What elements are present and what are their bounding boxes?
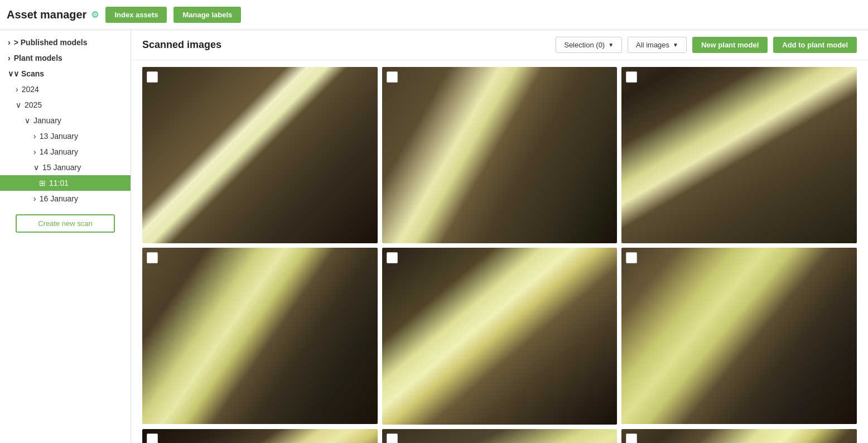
scan-image — [621, 429, 857, 444]
app-header: Asset manager ⚙ Index assets Manage labe… — [0, 0, 868, 30]
sidebar-item-2025[interactable]: ∨ 2025 — [0, 97, 131, 113]
sidebar: › > Published models › Plant models ∨ ∨ … — [0, 30, 131, 443]
new-plant-model-button[interactable]: New plant model — [692, 37, 768, 53]
scan-icon: ⊞ — [39, 179, 46, 187]
sidebar-item-1101[interactable]: ⊞ 11:01 — [0, 175, 131, 191]
chevron-down-icon: ∨ — [25, 116, 30, 125]
chevron-down-icon: ∨ — [8, 69, 13, 78]
manage-labels-button[interactable]: Manage labels — [173, 7, 241, 23]
sidebar-item-jan16[interactable]: › 16 January — [0, 191, 131, 206]
image-checkbox[interactable] — [387, 252, 398, 263]
image-checkbox[interactable] — [147, 434, 158, 444]
chevron-down-icon: ▼ — [673, 42, 678, 48]
image-checkbox[interactable] — [626, 434, 637, 444]
selection-dropdown[interactable]: Selection (0) ▼ — [556, 37, 622, 53]
selection-label: Selection (0) — [564, 41, 605, 49]
sidebar-jan15-label: 15 January — [42, 163, 81, 172]
sidebar-item-jan14[interactable]: › 14 January — [0, 144, 131, 160]
main-layout: › > Published models › Plant models ∨ ∨ … — [0, 30, 868, 443]
scan-image — [621, 248, 857, 424]
sidebar-2025-label: 2025 — [25, 100, 42, 109]
image-grid — [131, 60, 868, 443]
chevron-down-icon: ▼ — [608, 42, 614, 48]
scan-image — [142, 248, 378, 424]
sidebar-item-plant-models[interactable]: › Plant models — [0, 50, 131, 66]
image-card[interactable] — [142, 248, 378, 424]
sidebar-item-published-models[interactable]: › > Published models — [0, 35, 131, 50]
scan-image — [142, 67, 378, 243]
sidebar-item-scans[interactable]: ∨ ∨ Scans — [0, 66, 131, 81]
content-header-actions: Selection (0) ▼ All images ▼ New plant m… — [556, 37, 857, 53]
image-checkbox[interactable] — [387, 434, 398, 444]
chevron-down-icon: ∨ — [16, 100, 21, 109]
content-header: Scanned images Selection (0) ▼ All image… — [131, 30, 868, 60]
scan-image — [382, 248, 618, 424]
image-card[interactable] — [382, 429, 618, 444]
content-title: Scanned images — [142, 39, 221, 51]
chevron-down-icon: ∨ — [33, 163, 39, 172]
sidebar-item-jan13[interactable]: › 13 January — [0, 128, 131, 144]
image-card[interactable] — [382, 248, 618, 424]
scan-image — [142, 429, 378, 444]
create-scan-container: Create new scan — [0, 206, 131, 240]
image-card[interactable] — [382, 67, 618, 243]
image-checkbox[interactable] — [626, 71, 637, 83]
sidebar-jan16-label: 16 January — [40, 194, 78, 203]
image-card[interactable] — [621, 67, 857, 243]
image-card[interactable] — [142, 67, 378, 243]
image-checkbox[interactable] — [147, 252, 158, 263]
image-checkbox[interactable] — [387, 71, 398, 83]
sidebar-scans-label: ∨ Scans — [13, 69, 44, 78]
chevron-right-icon: › — [8, 38, 11, 47]
gear-icon[interactable]: ⚙ — [91, 9, 99, 20]
image-checkbox[interactable] — [147, 71, 158, 83]
chevron-right-icon: › — [33, 132, 36, 141]
chevron-right-icon: › — [33, 147, 36, 156]
sidebar-item-jan15[interactable]: ∨ 15 January — [0, 160, 131, 175]
chevron-right-icon: › — [16, 85, 18, 94]
scan-image — [621, 67, 857, 243]
sidebar-1101-label: 11:01 — [49, 179, 69, 187]
content-area: Scanned images Selection (0) ▼ All image… — [131, 30, 868, 443]
image-card[interactable] — [621, 248, 857, 424]
sidebar-item-2024[interactable]: › 2024 — [0, 81, 131, 97]
chevron-right-icon: › — [33, 194, 36, 203]
app-title-text: Asset manager — [7, 8, 86, 21]
all-images-dropdown[interactable]: All images ▼ — [628, 37, 687, 53]
sidebar-item-january[interactable]: ∨ January — [0, 113, 131, 128]
index-assets-button[interactable]: Index assets — [105, 7, 167, 23]
add-to-plant-model-button[interactable]: Add to plant model — [773, 37, 857, 53]
sidebar-plant-models-label: Plant models — [14, 54, 62, 62]
sidebar-jan13-label: 13 January — [40, 132, 78, 141]
image-card[interactable] — [621, 429, 857, 444]
all-images-label: All images — [636, 41, 669, 49]
sidebar-jan14-label: 14 January — [40, 147, 78, 156]
sidebar-2024-label: 2024 — [22, 85, 39, 94]
sidebar-january-label: January — [33, 116, 61, 125]
sidebar-published-models-label: > Published models — [14, 38, 88, 47]
scan-image — [382, 67, 618, 243]
app-title: Asset manager ⚙ — [7, 8, 99, 21]
create-scan-button[interactable]: Create new scan — [16, 214, 115, 233]
image-checkbox[interactable] — [626, 252, 637, 263]
scan-image — [382, 429, 618, 444]
chevron-right-icon: › — [8, 54, 11, 62]
image-card[interactable] — [142, 429, 378, 444]
